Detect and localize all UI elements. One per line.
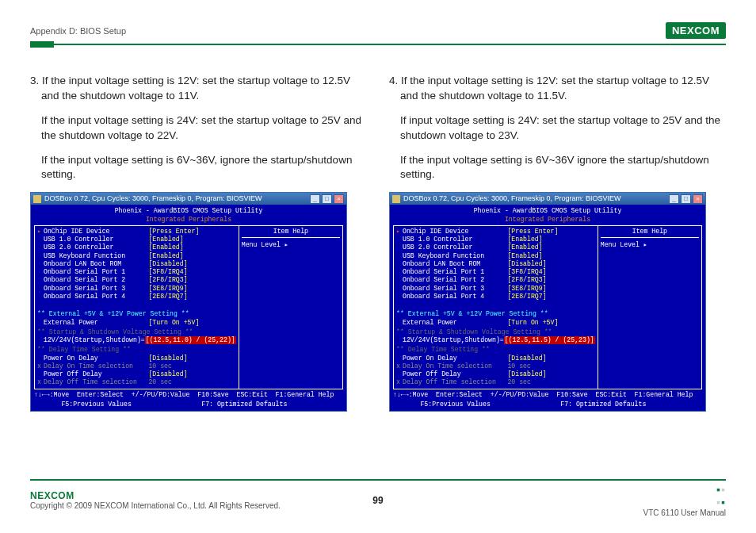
maximize-button[interactable]: □ — [322, 194, 332, 204]
header-accent-bar — [30, 41, 54, 48]
bios-footer-1: ↑↓←→:Move Enter:Select +/-/PU/PD:Value F… — [393, 391, 702, 399]
dosbox-icon — [33, 195, 41, 203]
bios-settings-panel: ▸OnChip IDE Device[Press Enter]USB 1.0 C… — [35, 226, 239, 389]
dosbox-icon — [392, 195, 400, 203]
bios-setting-row[interactable]: Onboard Serial Port 2[2F8/IRQ3] — [37, 276, 236, 284]
bios-footer-1: ↑↓←→:Move Enter:Select +/-/PU/PD:Value F… — [34, 391, 343, 399]
power-on-delay-row[interactable]: Power On Delay[Disabled] — [37, 355, 236, 362]
bios-setting-row[interactable]: Onboard Serial Port 3[3E8/IRQ9] — [396, 285, 595, 293]
bios-setting-row[interactable]: USB Keyboard Function[Enabled] — [396, 252, 595, 260]
minimize-button[interactable]: _ — [669, 194, 679, 204]
bios-footer-2: F5:Previous Values F7: Optimized Default… — [393, 401, 702, 408]
bios-help-panel: Item Help Menu Level ▸ — [239, 226, 342, 389]
left-para-2: If the input voltage setting is 24V: set… — [30, 113, 367, 144]
right-para-3: If the input voltage setting is 6V~36V i… — [389, 153, 726, 183]
bios-setting-row[interactable]: Onboard LAN Boot ROM[Disabled] — [396, 260, 595, 268]
nexcom-logo: NEXCOM — [666, 22, 726, 39]
bios-setting-row[interactable]: Onboard Serial Port 1[3F8/IRQ4] — [37, 268, 236, 276]
right-para-2: If input voltage setting is 24V: set the… — [389, 113, 726, 144]
delay-off-time-row: xDelay Off Time selection20 sec — [396, 378, 595, 386]
page-number: 99 — [30, 495, 726, 506]
power-off-delay-row[interactable]: Power Off Delay[Disabled] — [37, 370, 236, 378]
maximize-button[interactable]: □ — [681, 194, 691, 204]
manual-name: VTC 6110 User Manual — [643, 508, 727, 517]
left-column: 3. If the input voltage setting is 12V: … — [30, 74, 367, 412]
close-button[interactable]: × — [693, 194, 703, 204]
section-delay-time: ** Delay Time Setting ** — [396, 346, 595, 354]
appendix-title: Appendix D: BIOS Setup — [30, 26, 126, 36]
bios-setting-row[interactable]: USB 1.0 Controller[Enabled] — [396, 236, 595, 243]
dosbox-window-right: DOSBox 0.72, Cpu Cycles: 3000, Frameskip… — [389, 192, 706, 412]
selector-arrow-icon: ▸ — [37, 228, 42, 236]
bios-setting-row[interactable]: Onboard Serial Port 3[3E8/IRQ9] — [37, 285, 236, 293]
dosbox-title-text: DOSBox 0.72, Cpu Cycles: 3000, Frameskip… — [44, 194, 308, 203]
bios-setting-row[interactable]: Onboard Serial Port 4[2E8/IRQ7] — [37, 293, 236, 301]
bios-title-2: Integrated Peripherals — [393, 216, 702, 224]
left-para-3: If the input voltage setting is 6V~36V, … — [30, 153, 367, 183]
voltage-row[interactable]: 12V/24V(Startup,Shutdown)=[(12.5,11.5) /… — [396, 336, 595, 344]
section-startup-shutdown: ** Startup & Shutdown Voltage Setting ** — [396, 328, 595, 336]
section-delay-time: ** Delay Time Setting ** — [37, 346, 236, 354]
right-column: 4. If the input voltage setting is 12V: … — [389, 74, 726, 412]
right-para-1: 4. If the input voltage setting is 12V: … — [389, 74, 726, 104]
bios-setting-row[interactable]: USB 2.0 Controller[Enabled] — [396, 243, 595, 251]
bios-title-1: Phoenix - AwardBIOS CMOS Setup Utility — [34, 207, 343, 215]
menu-level: Menu Level ▸ — [601, 241, 699, 249]
external-power-row[interactable]: External Power[Turn On +5V] — [37, 319, 236, 327]
bios-setting-row[interactable]: ▸OnChip IDE Device[Press Enter] — [37, 228, 236, 236]
bios-setting-row[interactable]: USB Keyboard Function[Enabled] — [37, 252, 236, 260]
bios-blank — [37, 301, 236, 309]
bios-title-2: Integrated Peripherals — [34, 216, 343, 224]
bios-setting-row[interactable]: Onboard Serial Port 2[2F8/IRQ3] — [396, 276, 595, 284]
bios-setting-row[interactable]: Onboard LAN Boot ROM[Disabled] — [37, 260, 236, 268]
bios-setting-row[interactable]: Onboard Serial Port 1[3F8/IRQ4] — [396, 268, 595, 276]
power-off-delay-row[interactable]: Power Off Delay[Disabled] — [396, 370, 595, 378]
close-button[interactable]: × — [334, 194, 344, 204]
menu-level: Menu Level ▸ — [242, 241, 340, 249]
bios-settings-panel: ▸OnChip IDE Device[Press Enter]USB 1.0 C… — [394, 226, 598, 389]
bios-title-1: Phoenix - AwardBIOS CMOS Setup Utility — [393, 207, 702, 215]
dosbox-titlebar: DOSBox 0.72, Cpu Cycles: 3000, Frameskip… — [390, 193, 705, 205]
bios-blank — [396, 301, 595, 309]
minimize-button[interactable]: _ — [310, 194, 320, 204]
power-on-delay-row[interactable]: Power On Delay[Disabled] — [396, 355, 595, 362]
dosbox-title-text: DOSBox 0.72, Cpu Cycles: 3000, Frameskip… — [403, 194, 667, 203]
selector-arrow-icon: ▸ — [396, 228, 401, 236]
bios-setting-row[interactable]: USB 2.0 Controller[Enabled] — [37, 243, 236, 251]
external-power-row[interactable]: External Power[Turn On +5V] — [396, 319, 595, 327]
item-help-title: Item Help — [242, 228, 340, 238]
voltage-row[interactable]: 12V/24V(Startup,Shutdown)=[(12.5,11.0) /… — [37, 336, 236, 344]
bios-setting-row[interactable]: ▸OnChip IDE Device[Press Enter] — [396, 228, 595, 236]
left-para-1: 3. If the input voltage setting is 12V: … — [30, 74, 367, 104]
delay-on-time-row: xDelay On Time selection10 sec — [37, 362, 236, 370]
bios-footer-2: F5:Previous Values F7: Optimized Default… — [34, 401, 343, 408]
delay-off-time-row: xDelay Off Time selection20 sec — [37, 378, 236, 386]
bios-help-panel: Item Help Menu Level ▸ — [598, 226, 701, 389]
section-startup-shutdown: ** Startup & Shutdown Voltage Setting ** — [37, 328, 236, 336]
bios-setting-row[interactable]: USB 1.0 Controller[Enabled] — [37, 236, 236, 243]
item-help-title: Item Help — [601, 228, 699, 238]
delay-on-time-row: xDelay On Time selection10 sec — [396, 362, 595, 370]
section-external-power: ** External +5V & +12V Power Setting ** — [37, 310, 236, 318]
dosbox-window-left: DOSBox 0.72, Cpu Cycles: 3000, Frameskip… — [30, 192, 347, 412]
bios-setting-row[interactable]: Onboard Serial Port 4[2E8/IRQ7] — [396, 293, 595, 301]
dosbox-titlebar: DOSBox 0.72, Cpu Cycles: 3000, Frameskip… — [31, 193, 346, 205]
section-external-power: ** External +5V & +12V Power Setting ** — [396, 310, 595, 318]
